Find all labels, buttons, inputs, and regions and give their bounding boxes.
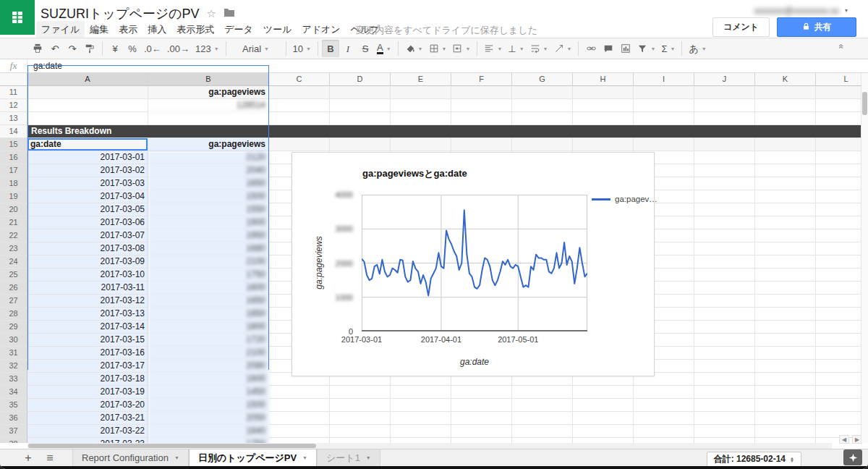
cell-A12[interactable] [27, 99, 148, 112]
cell-B24[interactable]: 2100 [148, 255, 269, 269]
cell-B28[interactable]: 1850 [148, 308, 269, 321]
horizontal-scrollbar-thumb[interactable] [28, 444, 316, 448]
cell-G15[interactable] [512, 138, 573, 151]
cell-G35[interactable] [512, 399, 573, 412]
cell-I36[interactable] [634, 412, 694, 425]
cell-D35[interactable] [330, 399, 391, 412]
cell-A33[interactable]: 2017-03-18 [27, 373, 148, 386]
cell-K18[interactable] [755, 177, 816, 190]
cell-J15[interactable] [694, 138, 755, 151]
cell-D36[interactable] [330, 412, 391, 425]
cell-J28[interactable] [694, 308, 755, 321]
cell-L22[interactable] [816, 229, 861, 242]
cell-F34[interactable] [451, 386, 512, 399]
cell-B20[interactable]: 1550 [148, 203, 269, 216]
cell-B34[interactable]: 1450 [148, 386, 269, 399]
cell-G13[interactable] [512, 112, 573, 125]
cell-D38[interactable] [330, 438, 391, 443]
cell-K15[interactable] [755, 138, 816, 151]
cell-J26[interactable] [694, 282, 755, 295]
account-email[interactable]: xxxxxxx@xxxxxxxx.xx [754, 6, 839, 16]
row-header-11[interactable]: 11 [0, 86, 27, 99]
cell-J16[interactable] [694, 151, 755, 164]
cell-B32[interactable]: 2080 [148, 360, 269, 373]
cell-K25[interactable] [755, 269, 816, 282]
cell-F13[interactable] [451, 112, 512, 125]
cell-A29[interactable]: 2017-03-14 [27, 321, 148, 334]
row-header-22[interactable]: 22 [0, 229, 27, 242]
sheets-logo-icon[interactable] [0, 0, 35, 35]
row-header-20[interactable]: 20 [0, 203, 27, 216]
cell-A16[interactable]: 2017-03-01 [27, 151, 148, 164]
cell-E34[interactable] [391, 386, 451, 399]
row-header-14[interactable]: 14 [0, 125, 27, 138]
cell-K37[interactable] [755, 425, 816, 438]
row-header-16[interactable]: 16 [0, 151, 27, 164]
grid-corner[interactable] [0, 73, 27, 86]
cell-K23[interactable] [755, 242, 816, 255]
sheet-tab-3[interactable]: シート1▼ [317, 449, 380, 467]
cell-L33[interactable] [816, 373, 861, 386]
cell-L17[interactable] [816, 164, 861, 177]
cell-K21[interactable] [755, 216, 816, 229]
cell-A35[interactable]: 2017-03-20 [27, 399, 148, 412]
cell-L27[interactable] [816, 295, 861, 308]
row-header-24[interactable]: 24 [0, 255, 27, 269]
cell-E13[interactable] [391, 112, 451, 125]
cell-J17[interactable] [694, 164, 755, 177]
cell-A11[interactable] [27, 86, 148, 99]
explore-button[interactable] [843, 449, 862, 465]
cell-G38[interactable] [512, 438, 573, 443]
cell-H36[interactable] [573, 412, 634, 425]
cell-I15[interactable] [634, 138, 694, 151]
cell-A38[interactable]: 2017-03-23 [27, 438, 148, 443]
cell-F38[interactable] [451, 438, 512, 443]
cell-J12[interactable] [694, 99, 755, 112]
column-header-C[interactable]: C [269, 73, 330, 86]
cell-B18[interactable]: 1650 [148, 177, 269, 190]
folder-icon[interactable] [224, 7, 235, 20]
row-header-34[interactable]: 34 [0, 386, 27, 399]
cell-L13[interactable] [816, 112, 861, 125]
row-header-19[interactable]: 19 [0, 190, 27, 203]
cell-I11[interactable] [634, 86, 694, 99]
cell-F12[interactable] [451, 99, 512, 112]
bold-button[interactable]: B [322, 40, 339, 57]
cell-B38[interactable]: 1750 [148, 438, 269, 443]
scroll-left-icon[interactable]: ◀ [839, 435, 849, 444]
cell-J24[interactable] [694, 255, 755, 269]
cell-J25[interactable] [694, 269, 755, 282]
cell-K11[interactable] [755, 86, 816, 99]
input-tools-button[interactable]: あ▼ [686, 40, 709, 57]
cell-I12[interactable] [634, 99, 694, 112]
cell-A31[interactable]: 2017-03-16 [27, 347, 148, 360]
cell-L16[interactable] [816, 151, 861, 164]
column-header-B[interactable]: B [148, 73, 269, 86]
cell-F35[interactable] [451, 399, 512, 412]
cell-A36[interactable]: 2017-03-21 [27, 412, 148, 425]
cell-J37[interactable] [694, 425, 755, 438]
cell-L21[interactable] [816, 216, 861, 229]
cell-A34[interactable]: 2017-03-19 [27, 386, 148, 399]
cell-G36[interactable] [512, 412, 573, 425]
cell-A24[interactable]: 2017-03-09 [27, 255, 148, 269]
row-header-32[interactable]: 32 [0, 360, 27, 373]
cell-H38[interactable] [573, 438, 634, 443]
row-header-18[interactable]: 18 [0, 177, 27, 190]
cell-F36[interactable] [451, 412, 512, 425]
row-header-29[interactable]: 29 [0, 321, 27, 334]
redo-button[interactable]: ↷ [64, 40, 81, 57]
cell-H13[interactable] [573, 112, 634, 125]
column-header-H[interactable]: H [573, 73, 634, 86]
decimal-increase-button[interactable]: .00→ [164, 40, 192, 57]
cell-K32[interactable] [755, 360, 816, 373]
cell-A22[interactable]: 2017-03-07 [27, 229, 148, 242]
sheet-tab-1[interactable]: Report Configuration▼ [72, 449, 189, 467]
cell-L25[interactable] [816, 269, 861, 282]
cell-B21[interactable]: 1900 [148, 216, 269, 229]
row-header-17[interactable]: 17 [0, 164, 27, 177]
horizontal-align-icon[interactable]: ▼ [481, 40, 505, 57]
row-header-12[interactable]: 12 [0, 99, 27, 112]
cell-J23[interactable] [694, 242, 755, 255]
column-header-I[interactable]: I [634, 73, 694, 86]
